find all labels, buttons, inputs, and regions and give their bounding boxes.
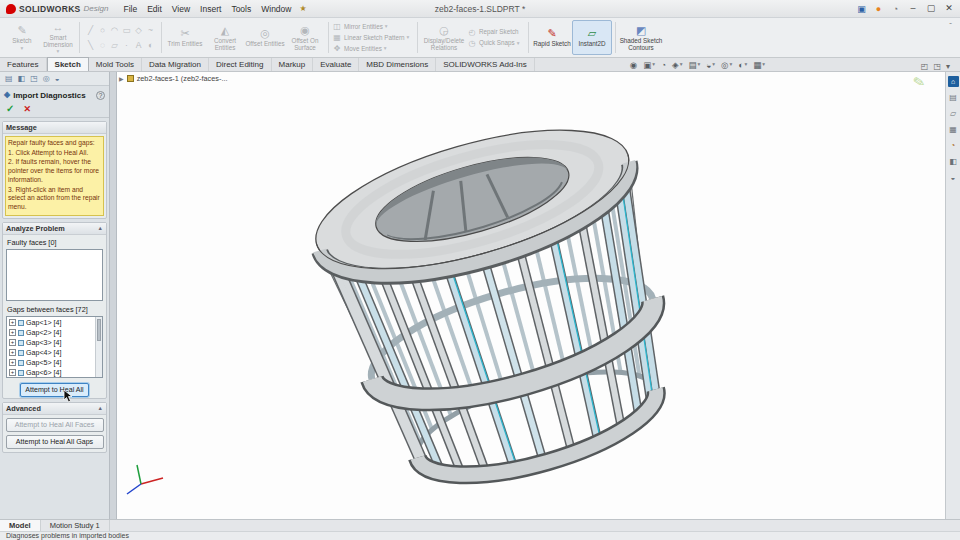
text-tool-icon[interactable]: A xyxy=(133,38,144,52)
appearances-icon[interactable]: ◔ xyxy=(948,140,959,151)
smart-dimension-button[interactable]: ↔ Smart Dimension ▾ xyxy=(40,20,76,55)
custom-properties-icon[interactable]: ◧ xyxy=(948,156,959,167)
panel-splitter[interactable] xyxy=(110,72,117,519)
circle-tool-icon[interactable]: ○ xyxy=(97,23,108,37)
repair-sketch-button[interactable]: ◴ Repair Sketch xyxy=(467,28,525,37)
attempt-heal-all-button[interactable]: Attempt to Heal All xyxy=(20,383,88,397)
display-manager-tab-icon[interactable]: ◒ xyxy=(55,74,60,83)
instant2d-button[interactable]: ▱ Instant2D xyxy=(572,20,612,55)
cancel-icon[interactable]: ✕ xyxy=(23,104,31,114)
line-tool-icon[interactable]: ╱ xyxy=(85,23,96,37)
advanced-header[interactable]: Advanced ▲ xyxy=(3,403,106,415)
tab-mbd-dimensions[interactable]: MBD Dimensions xyxy=(359,58,436,71)
polygon-tool-icon[interactable]: ◇ xyxy=(133,23,144,37)
view-settings-icon[interactable]: ▦▾ xyxy=(753,60,765,70)
edit-appearance-icon[interactable]: ◐▾ xyxy=(738,60,747,70)
move-entities-button[interactable]: ✥ Move Entities ▾ xyxy=(332,44,414,53)
pin-menu-icon[interactable]: ★ xyxy=(296,4,309,13)
view-orientation-icon[interactable]: ▤▾ xyxy=(688,60,700,70)
gaps-scrollbar[interactable] xyxy=(95,317,102,377)
motion-study-tab[interactable]: Motion Study 1 xyxy=(41,520,110,531)
heal-all-gaps-button[interactable]: Attempt to Heal All Gaps xyxy=(6,435,104,449)
model-3d-view[interactable] xyxy=(117,72,945,519)
mirror-entities-button[interactable]: ◫ Mirror Entities ▾ xyxy=(332,22,414,31)
alerts-icon[interactable]: ● xyxy=(870,1,887,17)
expand-plus-icon[interactable]: + xyxy=(9,369,16,376)
point-tool-icon[interactable]: · xyxy=(121,38,132,52)
maximize-button[interactable]: ▢ xyxy=(922,1,940,17)
tab-sketch[interactable]: Sketch xyxy=(47,57,89,71)
forum-icon[interactable]: ◒ xyxy=(948,172,959,183)
account-icon[interactable]: ▣ xyxy=(853,1,870,17)
expand-plus-icon[interactable]: + xyxy=(9,349,16,356)
file-explorer-icon[interactable]: ▱ xyxy=(948,108,959,119)
ribbon-collapse-icon[interactable]: ˆ xyxy=(945,20,956,31)
trim-entities-button[interactable]: ✂ Trim Entities xyxy=(165,20,205,55)
configuration-manager-tab-icon[interactable]: ◳ xyxy=(30,74,38,83)
menu-tools[interactable]: Tools xyxy=(226,2,256,16)
rapid-sketch-button[interactable]: ✎ Rapid Sketch xyxy=(532,20,572,55)
menu-window[interactable]: Window xyxy=(256,2,296,16)
collapse-pane-icon[interactable]: ◳ xyxy=(933,62,941,71)
undock-pane-icon[interactable]: ◰ xyxy=(921,62,929,71)
help-icon[interactable]: ? xyxy=(96,91,105,100)
options-icon[interactable]: ◔ xyxy=(887,1,904,17)
close-button[interactable]: ✕ xyxy=(940,1,958,17)
tab-data-migration[interactable]: Data Migration xyxy=(142,58,209,71)
faulty-faces-list[interactable] xyxy=(6,249,103,301)
fillet-tool-icon[interactable]: ◐ xyxy=(145,38,156,52)
display-delete-relations-button[interactable]: ◶ Display/Delete Relations xyxy=(421,20,467,55)
scrollbar-thumb[interactable] xyxy=(97,319,101,341)
heal-all-faces-button[interactable]: Attempt to Heal All Faces xyxy=(6,418,104,432)
collapse-icon[interactable]: ▲ xyxy=(98,225,103,231)
menu-view[interactable]: View xyxy=(167,2,195,16)
gap-list-item[interactable]: + Gap<2> [4] xyxy=(7,328,94,338)
model-tab[interactable]: Model xyxy=(0,520,41,531)
spline-tool-icon[interactable]: ~ xyxy=(145,23,156,37)
previous-view-icon[interactable]: ◔ xyxy=(661,60,666,70)
collapse-icon[interactable]: ▲ xyxy=(98,405,103,411)
zoom-fit-icon[interactable]: ◉ xyxy=(630,60,637,70)
linear-sketch-pattern-button[interactable]: ▦ Linear Sketch Pattern ▾ xyxy=(332,33,414,42)
dimxpert-manager-tab-icon[interactable]: ◎ xyxy=(43,74,50,83)
gap-list-item[interactable]: + Gap<3> [4] xyxy=(7,338,94,348)
confirm-icon[interactable]: ✓ xyxy=(6,104,14,114)
design-library-icon[interactable]: ▤ xyxy=(948,92,959,103)
offset-on-surface-button[interactable]: ◉ Offset On Surface xyxy=(285,20,325,55)
expand-plus-icon[interactable]: + xyxy=(9,319,16,326)
message-group-header[interactable]: Message xyxy=(3,122,106,134)
centerline-tool-icon[interactable]: ╲ xyxy=(85,38,96,52)
quick-snaps-button[interactable]: ◷ Quick Snaps ▾ xyxy=(467,39,525,48)
flyout-tree-icon[interactable]: ▶ xyxy=(119,75,124,82)
offset-entities-button[interactable]: ◎ Offset Entities xyxy=(245,20,285,55)
hide-show-items-icon[interactable]: ◎▾ xyxy=(721,60,732,70)
tab-features[interactable]: Features xyxy=(0,58,47,71)
gap-list-item[interactable]: + Gap<5> [4] xyxy=(7,358,94,368)
minimize-button[interactable]: – xyxy=(904,1,922,17)
tab-markup[interactable]: Markup xyxy=(272,58,314,71)
zoom-area-icon[interactable]: ▣▾ xyxy=(643,60,655,70)
breadcrumb[interactable]: ▶ zeb2-faces-1 (zeb2-faces-... xyxy=(119,74,227,83)
menu-edit[interactable]: Edit xyxy=(142,2,167,16)
gap-list-item[interactable]: + Gap<1> [4] xyxy=(7,318,94,328)
gap-list-item[interactable]: + Gap<6> [4] xyxy=(7,368,94,378)
gap-list-item[interactable]: + Gap<4> [4] xyxy=(7,348,94,358)
expand-plus-icon[interactable]: + xyxy=(9,359,16,366)
expand-plus-icon[interactable]: + xyxy=(9,339,16,346)
menu-insert[interactable]: Insert xyxy=(195,2,226,16)
menu-file[interactable]: File xyxy=(118,2,142,16)
section-view-icon[interactable]: ◈▾ xyxy=(672,60,682,70)
rectangle-tool-icon[interactable]: ▭ xyxy=(121,23,132,37)
convert-entities-button[interactable]: ◭ Convert Entities xyxy=(205,20,245,55)
sketch-tool-button[interactable]: ✎ Sketch ▾ xyxy=(4,20,40,55)
view-palette-icon[interactable]: ▦ xyxy=(948,124,959,135)
gaps-list[interactable]: + Gap<1> [4] + Gap<2> [4] + Gap<3> [4] + xyxy=(6,316,103,378)
tab-mold-tools[interactable]: Mold Tools xyxy=(89,58,142,71)
shaded-sketch-contours-button[interactable]: ◩ Shaded Sketch Contours xyxy=(619,20,663,55)
tab-evaluate[interactable]: Evaluate xyxy=(313,58,359,71)
tab-solidworks-add-ins[interactable]: SOLIDWORKS Add-Ins xyxy=(436,58,535,71)
slot-tool-icon[interactable]: ▱ xyxy=(109,38,120,52)
solidworks-resources-icon[interactable]: ⌂ xyxy=(948,76,959,87)
tab-direct-editing[interactable]: Direct Editing xyxy=(209,58,272,71)
expand-plus-icon[interactable]: + xyxy=(9,329,16,336)
